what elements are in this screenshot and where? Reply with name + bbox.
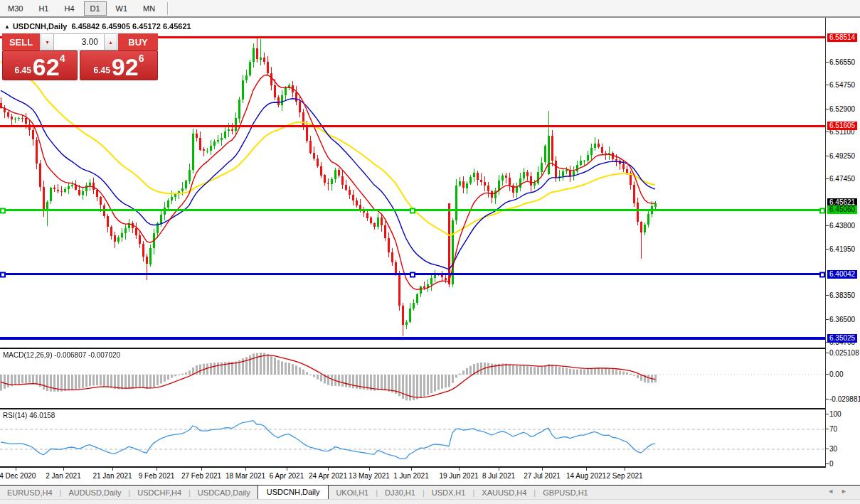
buy-price-sup: 6 — [139, 53, 144, 64]
date-label: 2 Sep 2021 — [606, 472, 642, 480]
price-level-label-6.51605: 6.51605 — [827, 122, 857, 130]
date-label: 1 Jun 2021 — [393, 472, 429, 480]
tab-xauusd-h4[interactable]: XAUUSD,H4 — [474, 487, 533, 498]
price-axis-tick: 6.49250 — [829, 152, 855, 161]
date-tick-mark — [201, 468, 202, 471]
tab-usdchf-h4[interactable]: USDCHF,H4 — [130, 487, 189, 498]
tab-scroll-right-icon[interactable]: ► — [841, 488, 854, 495]
timeframe-button-m30[interactable]: M30 — [1, 1, 29, 16]
date-tick-mark — [112, 468, 113, 471]
timeframe-button-w1[interactable]: W1 — [110, 1, 134, 16]
date-label: 2 Jan 2021 — [46, 472, 81, 480]
date-tick-mark — [411, 468, 412, 471]
rsi-axis-tick-mark — [826, 463, 829, 464]
volume-decrease-button[interactable]: ▾ — [41, 33, 54, 50]
date-tick-mark — [245, 468, 246, 471]
price-axis-tick: 6.38350 — [829, 291, 855, 300]
date-axis[interactable]: 14 Dec 20202 Jan 202121 Jan 20219 Feb 20… — [0, 468, 825, 485]
price-axis-tick-mark — [826, 295, 829, 296]
date-label: 13 May 2021 — [349, 472, 390, 480]
date-tick-mark — [459, 468, 460, 471]
collapse-panel-icon[interactable]: ▲ — [4, 23, 10, 30]
price-level-label-6.45060: 6.45060 — [827, 205, 857, 214]
price-level-label-6.58514: 6.58514 — [827, 33, 857, 42]
price-axis-tick-mark — [826, 319, 829, 320]
rsi-axis-tick-mark — [826, 414, 829, 414]
date-tick-mark — [156, 468, 157, 471]
sell-price-prefix: 6.45 — [15, 65, 31, 75]
rsi-axis-tick: 0 — [829, 460, 834, 468]
tab-dj30-h1[interactable]: DJ30,H1 — [378, 487, 423, 498]
rsi-axis-tick: 100 — [829, 410, 842, 419]
sell-price-box[interactable]: 6.45 62 4 — [2, 50, 78, 80]
price-axis-tick: 6.56550 — [829, 58, 855, 67]
date-tick-mark — [625, 468, 625, 471]
date-tick-mark — [586, 468, 587, 471]
date-label: 27 Feb 2021 — [181, 472, 221, 480]
date-label: 27 Jul 2021 — [524, 472, 561, 480]
date-label: 14 Dec 2020 — [0, 472, 36, 480]
timeframe-button-d1[interactable]: D1 — [84, 1, 107, 16]
date-tick-mark — [542, 468, 543, 471]
date-label: 6 Apr 2021 — [270, 472, 304, 480]
tab-audusd-daily[interactable]: AUDUSD,Daily — [61, 487, 128, 498]
date-tick-mark — [328, 468, 329, 471]
price-axis-tick: 6.52900 — [829, 105, 855, 114]
price-axis-tick-mark — [826, 178, 829, 179]
price-axis-tick-mark — [826, 156, 829, 156]
timeframe-button-h4[interactable]: H4 — [58, 1, 80, 16]
macd-indicator-label: MACD(12,26,9) -0.006807 -0.007020 — [3, 351, 120, 359]
buy-button[interactable]: BUY — [117, 33, 158, 50]
tab-usdcad-daily[interactable]: USDCAD,Daily — [191, 487, 258, 498]
price-level-label-6.40042: 6.40042 — [827, 270, 857, 279]
date-tick-mark — [499, 468, 499, 471]
price-axis-tick: 6.47450 — [829, 175, 855, 183]
sell-price-big: 62 — [33, 56, 60, 77]
tab-ukoil-h1[interactable]: UKOil,H1 — [329, 487, 376, 498]
price-axis-tick: 6.41950 — [829, 245, 855, 254]
chart-symbol-label: USDCNH,Daily — [13, 22, 67, 31]
status-bar — [0, 499, 860, 504]
price-axis-tick-mark — [826, 62, 829, 63]
date-label: 24 Apr 2021 — [309, 472, 347, 480]
price-level-label-6.35025: 6.35025 — [827, 334, 857, 343]
date-label: 19 Jun 2021 — [439, 472, 478, 480]
tab-usdx-h1[interactable]: USDX,H1 — [425, 487, 473, 498]
sell-button[interactable]: SELL — [2, 33, 41, 50]
price-axis-tick: 6.43800 — [829, 222, 855, 230]
chart-ohlc-values: 6.45842 6.45905 6.45172 6.45621 — [71, 22, 191, 31]
macd-axis-tick-mark — [826, 374, 829, 375]
timeframe-button-h1[interactable]: H1 — [32, 1, 55, 16]
toolbar-separator — [167, 2, 169, 15]
tab-scroll-left-icon[interactable]: ◄ — [827, 488, 841, 495]
date-label: 21 Jan 2021 — [92, 472, 132, 480]
date-label: 8 Jul 2021 — [482, 472, 515, 480]
buy-price-prefix: 6.45 — [94, 65, 110, 75]
tab-usdcnh-daily[interactable]: USDCNH,Daily — [258, 485, 329, 499]
tab-gbpusd-h1[interactable]: GBPUSD,H1 — [536, 487, 595, 498]
date-tick-mark — [369, 468, 370, 471]
date-label: 9 Feb 2021 — [139, 472, 175, 480]
tab-eurusd-h4[interactable]: EURUSD,H4 — [0, 487, 60, 498]
sell-price-sup: 4 — [60, 53, 65, 64]
timeframe-button-mn[interactable]: MN — [137, 1, 161, 16]
price-axis-tick-mark — [826, 225, 829, 226]
date-label: 18 Mar 2021 — [225, 472, 265, 480]
date-tick-mark — [287, 468, 287, 471]
chart-canvas[interactable] — [0, 18, 825, 468]
volume-field[interactable]: 3.00 — [54, 33, 104, 50]
volume-increase-button[interactable]: ▴ — [104, 33, 117, 50]
timeframe-toolbar: M30H1H4D1W1MN — [0, 0, 860, 18]
chart-tab-bar: EURUSD,H4|AUDUSD,Daily|USDCHF,H4|USDCAD,… — [0, 485, 860, 500]
buy-price-big: 92 — [112, 56, 139, 77]
macd-axis-tick: 0.00 — [829, 370, 843, 379]
macd-axis-tick-mark — [826, 353, 829, 353]
macd-axis-tick: -0.029881 — [829, 395, 860, 404]
rsi-axis-tick-mark — [826, 429, 829, 429]
price-axis-tick: 6.54750 — [829, 81, 855, 90]
one-click-trade-panel: SELL ▾ 3.00 ▴ BUY 6.45 62 4 6.45 92 6 — [2, 33, 158, 80]
tab-scroll-arrows: ◄► — [827, 488, 854, 495]
buy-price-box[interactable]: 6.45 92 6 — [80, 50, 158, 80]
price-axis-tick: 6.36500 — [829, 316, 855, 324]
price-axis[interactable]: 6.565506.547506.529006.511006.492506.474… — [825, 18, 860, 468]
